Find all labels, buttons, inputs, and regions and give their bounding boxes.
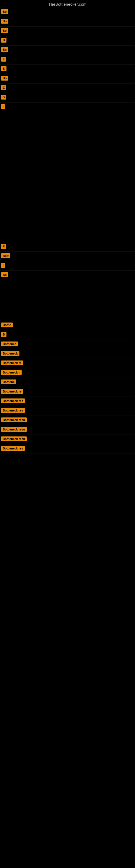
badge-12: E [1, 244, 6, 249]
badge-6: E [1, 57, 6, 62]
row-group-2: E Bott | Bo [0, 242, 135, 280]
badge-25: Bottleneck res [1, 408, 25, 413]
badge-17: B [1, 332, 6, 337]
list-item: E [0, 242, 135, 252]
badge-3: Bo [1, 28, 8, 33]
badge-29: Bottleneck res [1, 446, 25, 451]
badge-2: Bo [1, 19, 8, 24]
gap-3 [0, 177, 135, 210]
list-item: B [0, 36, 135, 45]
badge-24: Bottleneck res [1, 399, 25, 403]
list-item: | [0, 261, 135, 271]
badge-8: Bo [1, 76, 8, 81]
list-item: Bottleneck res [0, 444, 135, 454]
list-item: Bottlene [0, 378, 135, 388]
badge-13: Bott [1, 253, 10, 258]
list-item: Bo [0, 271, 135, 280]
badge-21: Bottleneck r [1, 370, 21, 375]
badge-27: Bottleneck resu [1, 427, 27, 432]
list-item: E [0, 55, 135, 65]
gap-4 [0, 210, 135, 242]
badge-16: Bottle [1, 322, 13, 328]
list-item: Bottleneck res [0, 406, 135, 416]
row-group-3: Bottle B Bottlenec Bottleneck Bottleneck… [0, 321, 135, 454]
site-title: TheBottlenecker.com [0, 0, 135, 8]
list-item: Bottleneck [0, 349, 135, 359]
badge-7: B [1, 66, 6, 71]
list-item: B [0, 65, 135, 74]
gap-2 [0, 145, 135, 177]
list-item: Bottleneck resu [0, 425, 135, 435]
list-item: E [0, 84, 135, 93]
list-item: S [0, 93, 135, 102]
badge-28: Bottleneck resu [1, 436, 27, 441]
badge-22: Bottlene [1, 379, 16, 384]
badge-9: E [1, 85, 6, 90]
gap-6 [0, 313, 135, 321]
list-item: B [0, 330, 135, 340]
badge-26: Bottleneck resu [1, 417, 27, 422]
badge-1: Bo [1, 9, 8, 14]
list-item: Bottleneck resu [0, 435, 135, 444]
row-group-1: Bo Bo Bo B Bo E B Bo E S | [0, 8, 135, 112]
gap-5 [0, 280, 135, 313]
list-item: Bottleneck re [0, 388, 135, 397]
badge-10: S [1, 95, 6, 99]
list-item: Bo [0, 8, 135, 17]
badge-14: | [1, 263, 5, 268]
list-item: Bottleneck r [0, 368, 135, 378]
badge-23: Bottleneck re [1, 389, 23, 394]
badge-18: Bottlenec [1, 341, 18, 346]
list-item: | [0, 102, 135, 112]
list-item: Bo [0, 17, 135, 27]
list-item: Bo [0, 74, 135, 84]
list-item: Bottleneck resu [0, 416, 135, 425]
badge-20: Bottleneck re [1, 361, 23, 365]
list-item: Bottleneck res [0, 397, 135, 406]
badge-19: Bottleneck [1, 351, 19, 356]
list-item: Bottle [0, 321, 135, 330]
badge-4: B [1, 38, 6, 42]
list-item: Bott [0, 252, 135, 261]
badge-11: | [1, 104, 5, 109]
list-item: Bo [0, 27, 135, 36]
gap-1 [0, 112, 135, 145]
badge-15: Bo [1, 272, 8, 277]
list-item: Bottlenec [0, 340, 135, 349]
list-item: Bo [0, 45, 135, 55]
list-item: Bottleneck re [0, 359, 135, 368]
badge-5: Bo [1, 47, 8, 52]
